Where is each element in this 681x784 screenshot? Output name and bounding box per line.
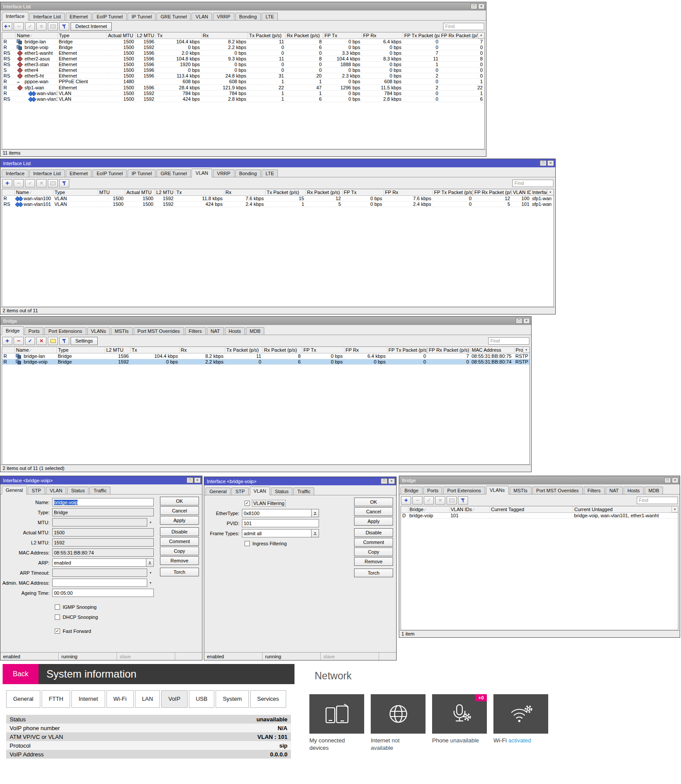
table-row[interactable]: Rbridge-voipBridge150015920 bps2.2 kbps0… [2, 44, 484, 50]
ok-button[interactable]: OK [160, 497, 199, 505]
tab-eoip-tunnel[interactable]: EoIP Tunnel [92, 13, 127, 20]
filter-button[interactable] [59, 22, 69, 31]
comment-button[interactable] [48, 22, 58, 31]
tab-port-extensions[interactable]: Port Extensions [44, 327, 86, 335]
tab-hosts[interactable]: Hosts [624, 487, 644, 494]
table-row[interactable]: Rsfp1-wanEthernet1500159628.4 kbps121.9 … [2, 85, 484, 90]
maximize-icon[interactable]: □ [664, 477, 671, 483]
maximize-icon[interactable]: □ [540, 160, 546, 166]
column-header[interactable]: Type [57, 347, 105, 353]
copy-button[interactable]: Copy [160, 547, 199, 555]
column-select-icon[interactable]: ▼ [547, 189, 553, 195]
tab-services[interactable]: Services [250, 690, 286, 708]
fast-forward-checkbox-row[interactable]: ✓ Fast Forward [0, 626, 160, 636]
column-header[interactable]: FP Tx Packet (p/s) [403, 32, 440, 39]
column-header[interactable]: FP Tx Packet (p/s) [433, 189, 473, 195]
find-input[interactable] [488, 337, 529, 345]
find-input[interactable] [512, 180, 553, 187]
internet-tile[interactable]: Internet not available [371, 694, 426, 752]
tab-vlan[interactable]: VLAN [250, 487, 270, 495]
tab-vrrp[interactable]: VRRP [213, 13, 234, 20]
add-button[interactable]: +▼ [2, 22, 12, 31]
disable-button[interactable]: ✕ [36, 22, 46, 31]
maximize-icon[interactable]: □ [381, 478, 387, 484]
close-icon[interactable]: × [478, 4, 485, 9]
add-button[interactable]: + [2, 337, 12, 345]
tab-status[interactable]: Status [67, 487, 89, 494]
pvid-input[interactable]: 101 [242, 519, 319, 527]
igmp-snooping-checkbox-row[interactable]: IGMP Snooping [0, 602, 160, 612]
disable-button[interactable]: Disable [354, 528, 393, 537]
tab-port-extensions[interactable]: Port Extensions [443, 487, 485, 494]
enable-button[interactable]: ✓ [25, 179, 35, 187]
name-input[interactable]: bridge-voip [52, 498, 154, 506]
tab-gre-tunnel[interactable]: GRE Tunnel [156, 13, 191, 20]
tab-interface[interactable]: Interface [2, 170, 28, 177]
column-header[interactable]: Type [57, 32, 106, 39]
column-select-icon[interactable]: ▼ [671, 506, 678, 512]
tab-gre-tunnel[interactable]: GRE Tunnel [156, 170, 191, 177]
table-row[interactable]: RSether3-stanEthernet150015961920 bps0 b… [2, 61, 484, 67]
tab-usb[interactable]: USB [189, 690, 215, 708]
column-header[interactable]: Rx [201, 32, 248, 39]
column-header[interactable]: FP Tx [342, 189, 383, 195]
title-bar[interactable]: Interface <bridge-voip> □ × [204, 477, 396, 485]
tab-hosts[interactable]: Hosts [225, 327, 245, 335]
column-header[interactable] [2, 189, 14, 195]
tab-ip-tunnel[interactable]: IP Tunnel [128, 13, 156, 20]
column-header[interactable]: MAC Address [470, 347, 514, 353]
tab-traffic[interactable]: Traffic [89, 487, 110, 494]
column-header[interactable] [401, 506, 408, 512]
tab-general[interactable]: General [6, 690, 40, 708]
wifi-tile[interactable]: Wi-Fi activated [493, 694, 548, 752]
tab-port-mst-overrides[interactable]: Port MST Overrides [532, 487, 583, 494]
arp-timeout-input[interactable] [52, 569, 147, 577]
tab-ethernet[interactable]: Ethernet [66, 170, 92, 177]
add-button[interactable]: + [401, 496, 411, 505]
tab-interface[interactable]: Interface [2, 12, 28, 21]
mtu-input[interactable] [52, 518, 147, 526]
tab-general[interactable]: General [206, 487, 231, 495]
remove-button[interactable]: Remove [160, 556, 199, 565]
column-header[interactable]: Current Untagged [573, 506, 678, 512]
settings-button[interactable]: Settings [71, 337, 98, 345]
tab-wi-fi[interactable]: Wi-Fi [106, 690, 134, 708]
column-header[interactable]: Rx [179, 347, 225, 353]
cancel-button[interactable]: Cancel [354, 507, 393, 516]
tab-bridge[interactable]: Bridge [401, 487, 422, 494]
filter-button[interactable] [59, 337, 69, 345]
table-row[interactable]: Rbridge-voipBridge15920 bps2.2 kbps060 b… [2, 359, 529, 364]
column-header[interactable]: Tx Packet (p/s) [248, 32, 285, 39]
tab-lte[interactable]: LTE [262, 13, 278, 20]
tab-vrrp[interactable]: VRRP [213, 170, 234, 177]
table-row[interactable]: Rwan-vlan100VLAN15001500159211.8 kbps7.6… [2, 195, 553, 201]
table-row[interactable]: VoIP phone numberN/A [6, 724, 291, 732]
column-header[interactable]: L2 MTU [155, 189, 175, 195]
close-icon[interactable]: × [672, 477, 678, 483]
tab-ethernet[interactable]: Ethernet [66, 13, 92, 20]
column-header[interactable]: Tx [130, 347, 179, 353]
column-header[interactable]: FP Rx [362, 32, 403, 39]
chevron-down-icon[interactable]: ▼ [147, 521, 154, 524]
comment-button[interactable] [447, 496, 457, 505]
remove-button[interactable]: − [14, 179, 24, 187]
remove-button[interactable]: − [14, 337, 24, 345]
apply-button[interactable]: Apply [354, 517, 393, 526]
table-row[interactable]: Rwan-vlan100VLAN15001592784 bps784 bps11… [2, 90, 484, 96]
column-header[interactable]: FP Rx [344, 347, 387, 353]
column-header[interactable]: Tx Packet (p/s) [265, 189, 305, 195]
table-row[interactable]: VoIP Address0.0.0.0 [6, 750, 291, 759]
disable-button[interactable]: ✕ [36, 337, 46, 345]
column-header[interactable]: Actual MTU [106, 32, 135, 39]
filter-button[interactable] [59, 179, 69, 187]
column-header[interactable]: Bridge∕ [408, 506, 449, 512]
tab-nat[interactable]: NAT [606, 487, 623, 494]
table-row[interactable]: Protocolsip [6, 741, 291, 750]
tab-bonding[interactable]: Bonding [235, 170, 261, 177]
tab-filters[interactable]: Filters [584, 487, 605, 494]
checkbox[interactable] [55, 614, 60, 620]
column-header[interactable]: Name∕ [14, 347, 57, 353]
combo-down-icon[interactable]: ▼ [312, 509, 319, 517]
add-button[interactable]: + [2, 179, 12, 187]
tab-interface-list[interactable]: Interface List [29, 170, 65, 177]
